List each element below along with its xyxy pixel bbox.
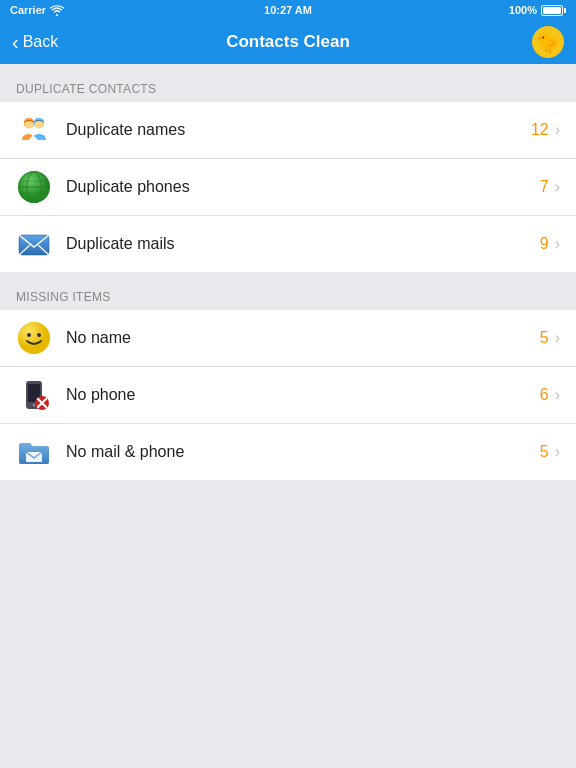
no-mail-phone-svg [16,434,52,470]
no-mail-phone-row[interactable]: No mail & phone 5 › [0,424,576,480]
no-name-icon [16,320,52,356]
no-phone-icon [16,377,52,413]
wifi-icon [50,5,64,16]
battery-icon [541,5,566,16]
battery-percentage: 100% [509,4,537,16]
duplicate-phones-row[interactable]: Duplicate phones 7 › [0,159,576,216]
duplicate-phones-svg [16,169,52,205]
duplicate-mails-value: 9 [540,235,549,253]
duplicate-names-chevron-icon: › [555,121,560,139]
duplicate-names-icon [16,112,52,148]
duplicate-names-row[interactable]: Duplicate names 12 › [0,102,576,159]
duplicate-phones-chevron-icon: › [555,178,560,196]
duplicate-mails-chevron-icon: › [555,235,560,253]
no-mail-phone-label: No mail & phone [66,443,540,461]
no-phone-label: No phone [66,386,540,404]
status-bar: Carrier 10:27 AM 100% [0,0,576,20]
duplicate-mails-svg [16,226,52,262]
back-button[interactable]: ‹ Back [12,33,58,52]
duplicate-contacts-list: Duplicate names 12 › [0,102,576,272]
no-phone-chevron-icon: › [555,386,560,404]
svg-point-21 [37,333,41,337]
duplicate-mails-row[interactable]: Duplicate mails 9 › [0,216,576,272]
no-mail-phone-value: 5 [540,443,549,461]
section-duplicate-contacts: DUPLICATE CONTACTS [0,64,576,272]
no-name-label: No name [66,329,540,347]
duplicate-names-svg [16,112,52,148]
duplicate-phones-value: 7 [540,178,549,196]
duplicate-names-value: 12 [531,121,549,139]
section-header-duplicate: DUPLICATE CONTACTS [0,64,576,102]
back-chevron-icon: ‹ [12,32,19,52]
duck-icon: 🐤 [536,30,561,54]
no-phone-row[interactable]: No phone 6 › [0,367,576,424]
section-missing-items: MISSING ITEMS [0,272,576,480]
no-name-value: 5 [540,329,549,347]
no-phone-svg [16,377,52,413]
duplicate-mails-label: Duplicate mails [66,235,540,253]
bottom-area [0,480,576,768]
svg-point-20 [27,333,31,337]
svg-point-24 [33,404,36,407]
duplicate-mails-icon [16,226,52,262]
carrier-label: Carrier [10,4,46,16]
page-title: Contacts Clean [226,32,350,52]
status-right: 100% [509,4,566,16]
no-name-svg [16,320,52,356]
duplicate-names-label: Duplicate names [66,121,531,139]
duplicate-phones-icon [16,169,52,205]
duplicate-phones-label: Duplicate phones [66,178,540,196]
nav-bar: ‹ Back Contacts Clean 🐤 [0,20,576,64]
no-phone-value: 6 [540,386,549,404]
nav-right-button[interactable]: 🐤 [532,26,564,58]
no-name-chevron-icon: › [555,329,560,347]
status-time: 10:27 AM [264,4,312,16]
missing-items-list: No name 5 › No phone 6 › [0,310,576,480]
svg-point-19 [18,322,50,354]
no-name-row[interactable]: No name 5 › [0,310,576,367]
no-mail-phone-icon [16,434,52,470]
no-mail-phone-chevron-icon: › [555,443,560,461]
back-label: Back [23,33,59,51]
section-header-missing: MISSING ITEMS [0,272,576,310]
status-left: Carrier [10,4,64,16]
